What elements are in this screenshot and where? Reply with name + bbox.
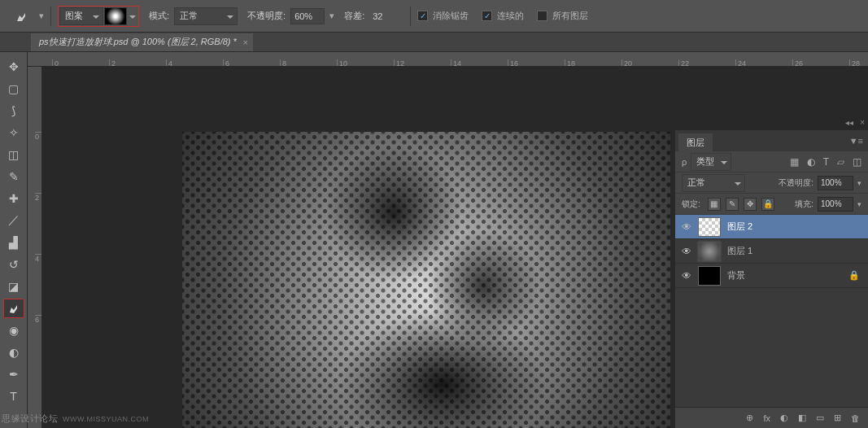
blend-opacity-row: 正常 不透明度: 100% ▾ <box>675 173 868 194</box>
blend-mode-dropdown[interactable]: 正常 <box>174 7 238 25</box>
layer-row[interactable]: 👁背景🔒 <box>675 264 868 288</box>
toolbox: ✥ ▢ ⟆ ✧ ◫ ✎ ✚ ／ ▟ ↺ ◪ ◉ ◐ ✒ T <box>0 52 28 428</box>
paint-bucket-tool[interactable] <box>3 299 24 318</box>
fill-label: 填充: <box>795 199 813 210</box>
dropdown-caret[interactable]: ▾ <box>39 11 44 21</box>
ruler-tick: 20 <box>622 59 632 66</box>
layer-name: 背景 <box>727 269 848 282</box>
ruler-tick: 6 <box>223 59 229 66</box>
active-tool-hint <box>10 7 34 26</box>
healing-brush-tool[interactable]: ✚ <box>3 189 24 208</box>
ruler-tick: 26 <box>792 59 803 66</box>
eraser-tool[interactable]: ◪ <box>3 277 24 296</box>
visibility-icon[interactable]: 👁 <box>675 246 698 257</box>
ruler-tick: 22 <box>678 59 689 66</box>
document-canvas[interactable] <box>182 132 670 428</box>
lock-icon: 🔒 <box>848 270 860 281</box>
lock-pixels-icon[interactable]: ✎ <box>726 198 739 211</box>
search-icon: ρ <box>682 157 687 167</box>
layer-thumbnail[interactable] <box>698 242 721 261</box>
tolerance-field[interactable]: 32 <box>369 8 403 24</box>
ruler-tick: 14 <box>451 59 461 66</box>
layer-action-icon[interactable]: ◐ <box>780 413 788 423</box>
all-layers-checkbox[interactable] <box>537 11 547 21</box>
lock-label: 锁定: <box>682 199 700 210</box>
fill-source-group: 图案 <box>58 6 139 27</box>
filter-shape-icon[interactable]: ▱ <box>837 156 844 168</box>
ruler-tick: 8 <box>280 59 286 66</box>
layer-row[interactable]: 👁图层 2 <box>675 215 868 239</box>
ruler-tick: 4 <box>35 254 41 263</box>
document-tab-bar: ps快速打造放射球.psd @ 100% (图层 2, RGB/8) * × <box>0 33 868 52</box>
brush-tool[interactable]: ／ <box>3 211 24 230</box>
fill-caret[interactable]: ▾ <box>857 200 861 208</box>
lock-position-icon[interactable]: ✥ <box>744 198 757 211</box>
layers-footer: ⊕fx◐◧▭⊞🗑 <box>675 407 868 428</box>
dodge-tool[interactable]: ◐ <box>3 343 24 362</box>
stamp-tool[interactable]: ▟ <box>3 233 24 252</box>
fill-field[interactable]: 100% <box>818 197 853 212</box>
filter-smart-icon[interactable]: ◫ <box>853 156 861 168</box>
crop-tool[interactable]: ◫ <box>3 145 24 164</box>
eyedropper-tool[interactable]: ✎ <box>3 167 24 186</box>
fill-source-dropdown[interactable]: 图案 <box>59 7 103 25</box>
options-bar: ▾ 图案 模式: 正常 不透明度: 60% ▾ 容差: 32 ✓ 消除锯齿 ✓ … <box>0 0 868 33</box>
layer-thumbnail[interactable] <box>698 266 721 286</box>
ruler-tick: 2 <box>109 59 116 66</box>
ruler-tick: 18 <box>565 59 575 66</box>
layer-blend-dropdown[interactable]: 正常 <box>682 174 745 192</box>
kind-filter-dropdown[interactable]: 类型 <box>691 153 731 171</box>
type-tool[interactable]: T <box>3 387 24 406</box>
opacity-field[interactable]: 60% <box>290 8 325 24</box>
pen-tool[interactable]: ✒ <box>3 365 24 384</box>
layer-name: 图层 2 <box>727 221 868 233</box>
document-tab[interactable]: ps快速打造放射球.psd @ 100% (图层 2, RGB/8) * × <box>31 33 253 51</box>
ruler-tick: 28 <box>849 59 860 66</box>
layers-tab[interactable]: 图层 <box>678 133 713 151</box>
lasso-tool[interactable]: ⟆ <box>3 101 24 120</box>
layer-row[interactable]: 👁图层 1 <box>675 239 868 264</box>
layer-list: 👁图层 2👁图层 1👁背景🔒 <box>675 215 868 407</box>
lock-transparent-icon[interactable]: ▦ <box>708 198 721 211</box>
opacity-stepper[interactable]: ▾ <box>329 11 334 21</box>
filter-pixel-icon[interactable]: ▦ <box>790 156 799 168</box>
layer-action-icon[interactable]: 🗑 <box>851 413 860 423</box>
layer-action-icon[interactable]: fx <box>763 413 770 423</box>
ruler-tick: 0 <box>52 59 59 66</box>
tolerance-label: 容差: <box>344 10 364 22</box>
layer-action-icon[interactable]: ◧ <box>798 413 806 423</box>
ruler-vertical: 0246 <box>28 67 42 428</box>
antialias-label: 消除锯齿 <box>433 10 469 22</box>
lock-all-icon[interactable]: 🔒 <box>761 198 774 211</box>
filter-type-icon[interactable]: T <box>823 156 829 168</box>
magic-wand-tool[interactable]: ✧ <box>3 123 24 142</box>
blur-tool[interactable]: ◉ <box>3 321 24 340</box>
opacity-caret[interactable]: ▾ <box>857 179 861 187</box>
ruler-tick: 10 <box>337 59 347 66</box>
layer-opacity-field[interactable]: 100% <box>818 176 853 190</box>
watermark: 思缘设计论坛 WWW.MISSYUAN.COM <box>2 413 149 425</box>
document-title: ps快速打造放射球.psd @ 100% (图层 2, RGB/8) * <box>39 36 237 48</box>
panel-menu-icon[interactable]: ▼≡ <box>849 136 863 146</box>
layer-action-icon[interactable]: ▭ <box>816 413 824 423</box>
move-tool[interactable]: ✥ <box>3 57 24 76</box>
close-tab-icon[interactable]: × <box>242 37 247 47</box>
pattern-swatch[interactable] <box>104 7 127 25</box>
visibility-icon[interactable]: 👁 <box>675 270 698 282</box>
marquee-tool[interactable]: ▢ <box>3 79 24 98</box>
layer-thumbnail[interactable] <box>698 217 721 237</box>
antialias-checkbox[interactable]: ✓ <box>417 11 428 21</box>
panel-collapse-icons[interactable]: ◂◂ × <box>845 115 868 129</box>
visibility-icon[interactable]: 👁 <box>675 221 698 233</box>
ruler-tick: 4 <box>166 59 172 66</box>
layer-name: 图层 1 <box>727 245 868 257</box>
layer-action-icon[interactable]: ⊞ <box>834 413 841 423</box>
contiguous-checkbox[interactable]: ✓ <box>482 11 492 21</box>
ruler-tick: 16 <box>508 59 518 66</box>
history-brush-tool[interactable]: ↺ <box>3 255 24 274</box>
ruler-horizontal: 0246810121416182022242628 <box>28 52 868 67</box>
filter-adjust-icon[interactable]: ◐ <box>807 156 815 168</box>
opacity-label: 不透明度: <box>247 10 286 22</box>
ruler-tick: 12 <box>394 59 404 66</box>
layer-action-icon[interactable]: ⊕ <box>746 413 753 423</box>
